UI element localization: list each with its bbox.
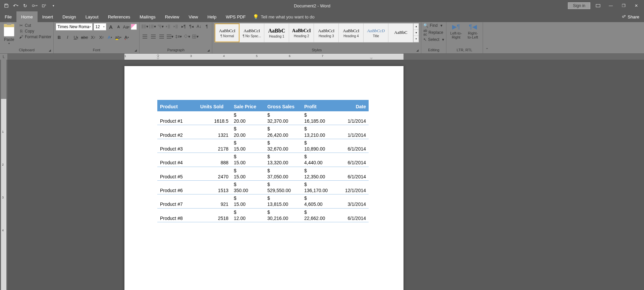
paste-button[interactable]: Paste ▾: [2, 23, 16, 45]
table-header-cell[interactable]: Date: [335, 100, 369, 111]
cell-price[interactable]: $15.00: [231, 139, 265, 153]
grow-font-button[interactable]: A: [107, 23, 114, 30]
replace-button[interactable]: abacReplace: [423, 29, 444, 36]
dialog-launcher-icon[interactable]: ◢: [49, 49, 53, 53]
cell-profit[interactable]: $16,185.00: [302, 111, 335, 125]
shrink-font-button[interactable]: A: [115, 23, 122, 30]
cell-date[interactable]: 6/1/2014: [335, 153, 369, 167]
qat-icon-2[interactable]: [41, 3, 47, 9]
dialog-launcher-icon[interactable]: ◢: [135, 49, 139, 53]
cell-product[interactable]: Product #8: [157, 208, 198, 222]
table-row[interactable]: Product #4888$15.00$13,320.00$4,440.006/…: [157, 153, 369, 167]
cell-gross[interactable]: $529,550.00: [265, 180, 302, 194]
rtl-button[interactable]: ¶◀ Right- to-Left: [465, 23, 481, 39]
style-item[interactable]: AaBbCcDTitle: [364, 23, 388, 42]
table-row[interactable]: Product #61513$350.00$529,550.00$136,170…: [157, 180, 369, 194]
ltr-text-button[interactable]: ▸¶: [180, 23, 187, 30]
rtl-text-button[interactable]: ¶◂: [188, 23, 195, 30]
cell-profit[interactable]: $22,662.00: [302, 208, 335, 222]
cell-units[interactable]: 2178: [198, 139, 231, 153]
tab-mailings[interactable]: Mailings: [135, 11, 160, 22]
cell-product[interactable]: Product #3: [157, 139, 198, 153]
numbering-button[interactable]: 123▾: [149, 23, 156, 30]
document-area[interactable]: ProductUnits SoldSale PriceGross SalesPr…: [7, 60, 644, 290]
shading-button[interactable]: ▾: [183, 33, 190, 40]
cell-product[interactable]: Product #7: [157, 194, 198, 208]
italic-button[interactable]: I: [64, 34, 71, 41]
increase-indent-button[interactable]: [172, 23, 179, 30]
style-item[interactable]: AaBbC: [388, 23, 413, 42]
qat-icon[interactable]: ▾: [32, 3, 38, 9]
justify-button[interactable]: ▾: [167, 33, 173, 40]
cell-gross[interactable]: $26,420.00: [265, 125, 302, 139]
table-row[interactable]: Product #82518$12.00$30,216.00$22,662.00…: [157, 208, 369, 222]
cell-units[interactable]: 1618.5: [198, 111, 231, 125]
cell-price[interactable]: $350.00: [231, 180, 265, 194]
cell-profit[interactable]: $4,605.00: [302, 194, 335, 208]
cell-units[interactable]: 1321: [198, 125, 231, 139]
cell-price[interactable]: $15.00: [231, 167, 265, 180]
bold-button[interactable]: B: [56, 34, 62, 41]
cell-price[interactable]: $12.00: [231, 208, 265, 222]
strikethrough-button[interactable]: abc: [81, 34, 88, 41]
cell-profit[interactable]: $136,170.00: [302, 180, 335, 194]
cell-product[interactable]: Product #5: [157, 167, 198, 180]
cell-product[interactable]: Product #4: [157, 153, 198, 167]
table-row[interactable]: Product #7921$15.00$13,815.00$4,605.003/…: [157, 194, 369, 208]
maximize-icon[interactable]: ❐: [619, 2, 629, 9]
style-item[interactable]: AaBbCcI¶ Normal: [215, 23, 239, 42]
style-item[interactable]: AaBbCcI¶ No Spac...: [239, 23, 264, 42]
text-effects-button[interactable]: A▾: [106, 34, 113, 41]
format-painter-button[interactable]: 🖌Format Painter: [19, 35, 51, 39]
line-spacing-button[interactable]: ‡≡▾: [175, 33, 182, 40]
bullets-button[interactable]: ▾: [142, 23, 148, 30]
styles-scroll[interactable]: ▲▼▾: [413, 23, 419, 42]
redo-icon[interactable]: ↻: [22, 3, 28, 9]
superscript-button[interactable]: X2: [98, 34, 105, 41]
cell-gross[interactable]: $32,670.00: [265, 139, 302, 153]
share-button[interactable]: Share: [617, 11, 644, 22]
table-header-cell[interactable]: Profit: [302, 100, 335, 111]
horizontal-ruler[interactable]: 1234567: [7, 54, 644, 60]
table-row[interactable]: Product #32178$15.00$32,670.00$10,890.00…: [157, 139, 369, 153]
cell-gross[interactable]: $13,815.00: [265, 194, 302, 208]
tab-help[interactable]: Help: [203, 11, 221, 22]
cell-profit[interactable]: $10,890.00: [302, 139, 335, 153]
highlight-button[interactable]: ab▾: [115, 34, 121, 41]
dialog-launcher-icon[interactable]: ◢: [207, 49, 211, 53]
undo-icon[interactable]: ↶▾: [13, 3, 19, 9]
minimize-icon[interactable]: —: [606, 2, 616, 9]
sign-in-button[interactable]: Sign in: [568, 2, 590, 9]
cut-button[interactable]: ✂Cut: [19, 23, 51, 28]
collapse-ribbon-button[interactable]: ⌃: [483, 22, 491, 53]
style-item[interactable]: AaBbCHeading 1: [264, 23, 289, 42]
cell-price[interactable]: $15.00: [231, 194, 265, 208]
cell-gross[interactable]: $32,370.00: [265, 111, 302, 125]
cell-gross[interactable]: $37,050.00: [265, 167, 302, 180]
qat-customize-icon[interactable]: ▾: [50, 3, 56, 9]
cell-date[interactable]: 6/1/2014: [335, 167, 369, 180]
tab-review[interactable]: Review: [160, 11, 184, 22]
tell-me-search[interactable]: 💡 Tell me what you want to do: [253, 11, 314, 22]
cell-date[interactable]: 3/1/2014: [335, 194, 369, 208]
table-header-cell[interactable]: Sale Price: [231, 100, 265, 111]
show-marks-button[interactable]: ¶: [203, 23, 210, 30]
table-row[interactable]: Product #52470$15.00$37,050.00$12,350.00…: [157, 167, 369, 180]
table-header-cell[interactable]: Product: [157, 100, 198, 111]
cell-units[interactable]: 2470: [198, 167, 231, 180]
cell-profit[interactable]: $12,350.00: [302, 167, 335, 180]
tab-layout[interactable]: Layout: [81, 11, 103, 22]
cell-price[interactable]: $20.00: [231, 125, 265, 139]
style-item[interactable]: AaBbCcIHeading 2: [289, 23, 314, 42]
tab-design[interactable]: Design: [58, 11, 80, 22]
cell-profit[interactable]: $13,210.00: [302, 125, 335, 139]
tab-insert[interactable]: Insert: [38, 11, 58, 22]
cell-product[interactable]: Product #2: [157, 125, 198, 139]
align-center-button[interactable]: [150, 33, 157, 40]
cell-units[interactable]: 888: [198, 153, 231, 167]
ruler-corner[interactable]: L: [0, 54, 7, 60]
save-icon[interactable]: [3, 3, 9, 9]
cell-date[interactable]: 1/1/2014: [335, 125, 369, 139]
right-indent-marker[interactable]: [370, 54, 373, 60]
ltr-button[interactable]: ▶¶ Left-to- Right: [448, 23, 464, 39]
